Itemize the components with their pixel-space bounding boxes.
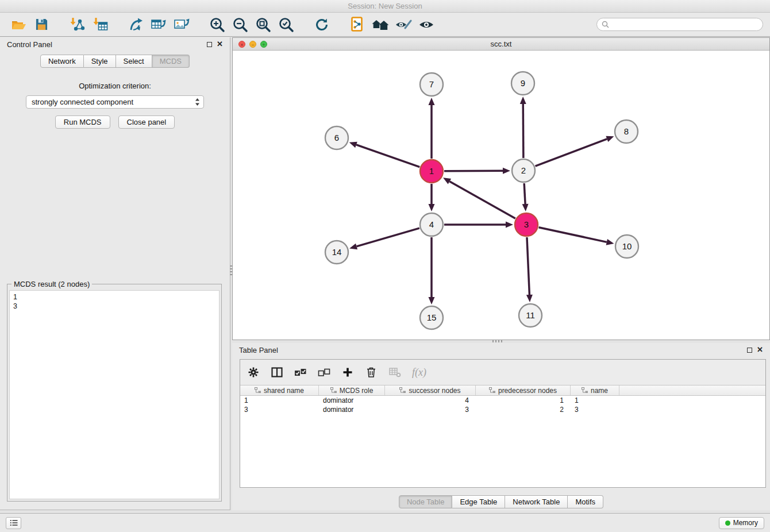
- graph-edge-3-10[interactable]: [538, 228, 614, 245]
- tab-edge-table[interactable]: Edge Table: [452, 495, 505, 508]
- graph-node-15[interactable]: 15: [420, 306, 443, 329]
- cell-predecessor-nodes[interactable]: 1: [476, 396, 571, 405]
- save-session-button[interactable]: [30, 14, 53, 35]
- graph-node-8[interactable]: 8: [615, 120, 638, 143]
- cell-shared-name[interactable]: 3: [240, 405, 319, 414]
- graph-edge-1-7[interactable]: [429, 98, 435, 159]
- trash-icon: [366, 367, 376, 378]
- maximize-window-button[interactable]: +: [260, 41, 267, 48]
- add-column-button[interactable]: [341, 365, 354, 379]
- column-header-MCDS-role[interactable]: MCDS role: [319, 385, 385, 395]
- tab-motifs[interactable]: Motifs: [568, 495, 603, 508]
- table-row[interactable]: 1dominator411: [240, 396, 765, 405]
- mcds-result-list[interactable]: 13: [9, 290, 220, 499]
- svg-text:14: 14: [332, 247, 342, 257]
- close-panel-button[interactable]: Close panel: [118, 115, 175, 129]
- graph-edge-1-4[interactable]: [429, 184, 435, 211]
- share-session-button[interactable]: [346, 14, 369, 35]
- zoom-out-button[interactable]: [229, 14, 252, 35]
- cell-successor-nodes[interactable]: 3: [385, 405, 476, 414]
- cell-MCDS-role[interactable]: dominator: [319, 405, 385, 414]
- graph-edge-2-3[interactable]: [522, 183, 529, 211]
- zoom-fit-button[interactable]: [252, 14, 275, 35]
- optimization-criterion-select[interactable]: strongly connected component: [26, 95, 204, 109]
- cell-shared-name[interactable]: 1: [240, 396, 319, 405]
- cell-name[interactable]: 3: [571, 405, 619, 414]
- graph-edge-3-1[interactable]: [443, 178, 515, 218]
- apply-layout-button[interactable]: [124, 14, 147, 35]
- tab-network[interactable]: Network: [40, 55, 84, 68]
- float-table-panel-icon[interactable]: [747, 348, 752, 353]
- graph-node-7[interactable]: 7: [420, 73, 443, 96]
- split-column-button[interactable]: [271, 365, 283, 379]
- graph-edge-4-14[interactable]: [349, 228, 419, 249]
- refresh-view-button[interactable]: [310, 14, 333, 35]
- graph-edge-3-11[interactable]: [526, 237, 533, 302]
- memory-button[interactable]: Memory: [719, 517, 764, 529]
- close-panel-icon[interactable]: ✕: [217, 41, 223, 47]
- graph-node-11[interactable]: 11: [519, 304, 542, 327]
- control-panel-title: Control Panel: [7, 40, 52, 49]
- select-all-columns-button[interactable]: [294, 365, 307, 379]
- open-file-button[interactable]: [7, 14, 30, 35]
- show-hide-panel-button[interactable]: [415, 14, 438, 35]
- column-header-shared-name[interactable]: shared name: [240, 385, 319, 395]
- deselect-all-columns-button[interactable]: [318, 365, 330, 379]
- column-header-name[interactable]: name: [571, 385, 619, 395]
- delete-column-button[interactable]: [365, 365, 378, 379]
- panel-resize-grip-horizontal[interactable]: [492, 340, 503, 342]
- tab-style[interactable]: Style: [84, 55, 116, 68]
- tab-select[interactable]: Select: [116, 55, 152, 68]
- apply-function-button[interactable]: f(x): [412, 367, 426, 379]
- delete-table-icon: [389, 367, 401, 377]
- column-header-successor-nodes[interactable]: successor nodes: [385, 385, 476, 395]
- mcds-result-box: MCDS result (2 nodes) 13: [7, 284, 222, 502]
- export-image-button[interactable]: [170, 14, 193, 35]
- cell-name[interactable]: 1: [571, 396, 619, 405]
- cell-predecessor-nodes[interactable]: 2: [476, 405, 571, 414]
- zoom-in-button[interactable]: [206, 14, 229, 35]
- float-panel-icon[interactable]: [207, 42, 212, 47]
- close-window-button[interactable]: ×: [238, 41, 245, 48]
- search-box[interactable]: [596, 18, 763, 31]
- graph-node-3[interactable]: 3: [515, 213, 538, 236]
- graph-node-14[interactable]: 14: [325, 241, 348, 264]
- selected-criterion: strongly connected component: [32, 98, 195, 106]
- import-network-button[interactable]: [66, 14, 88, 35]
- graph-edge-4-15[interactable]: [429, 237, 435, 304]
- graph-node-1[interactable]: 1: [420, 160, 443, 183]
- graph-node-10[interactable]: 10: [615, 235, 638, 258]
- search-input[interactable]: [612, 20, 758, 29]
- network-graph-canvas[interactable]: 7968124314101511: [233, 51, 769, 340]
- graph-node-4[interactable]: 4: [420, 213, 443, 236]
- cell-MCDS-role[interactable]: dominator: [319, 396, 385, 405]
- close-table-panel-icon[interactable]: ✕: [757, 347, 763, 353]
- show-graphics-details-button[interactable]: [392, 14, 415, 35]
- zoom-selected-button[interactable]: [275, 14, 298, 35]
- graph-edge-2-8[interactable]: [536, 136, 614, 167]
- checked-boxes-icon: [294, 368, 307, 377]
- graph-edge-1-2[interactable]: [444, 168, 510, 174]
- graph-node-9[interactable]: 9: [511, 72, 534, 95]
- import-table-button[interactable]: [88, 14, 111, 35]
- tab-mcds[interactable]: MCDS: [152, 55, 190, 68]
- graph-edge-4-3[interactable]: [444, 222, 513, 228]
- graph-node-2[interactable]: 2: [512, 159, 535, 182]
- table-settings-button[interactable]: [247, 365, 260, 379]
- save-icon: [35, 18, 48, 31]
- graph-edge-2-9[interactable]: [520, 97, 526, 158]
- table-row[interactable]: 3dominator323: [240, 405, 765, 414]
- home-button[interactable]: [369, 14, 392, 35]
- minimize-window-button[interactable]: −: [249, 41, 256, 48]
- tab-network-table[interactable]: Network Table: [505, 495, 568, 508]
- cell-successor-nodes[interactable]: 4: [385, 396, 476, 405]
- delete-table-button[interactable]: [388, 365, 401, 379]
- export-table-button[interactable]: [147, 14, 170, 35]
- run-mcds-button[interactable]: Run MCDS: [55, 115, 110, 129]
- tab-node-table[interactable]: Node Table: [399, 495, 453, 508]
- task-history-button[interactable]: [6, 517, 21, 529]
- graph-node-6[interactable]: 6: [325, 126, 348, 149]
- column-header-predecessor-nodes[interactable]: predecessor nodes: [476, 385, 571, 395]
- graph-edge-1-6[interactable]: [349, 142, 420, 167]
- panel-resize-grip-vertical[interactable]: [230, 265, 232, 276]
